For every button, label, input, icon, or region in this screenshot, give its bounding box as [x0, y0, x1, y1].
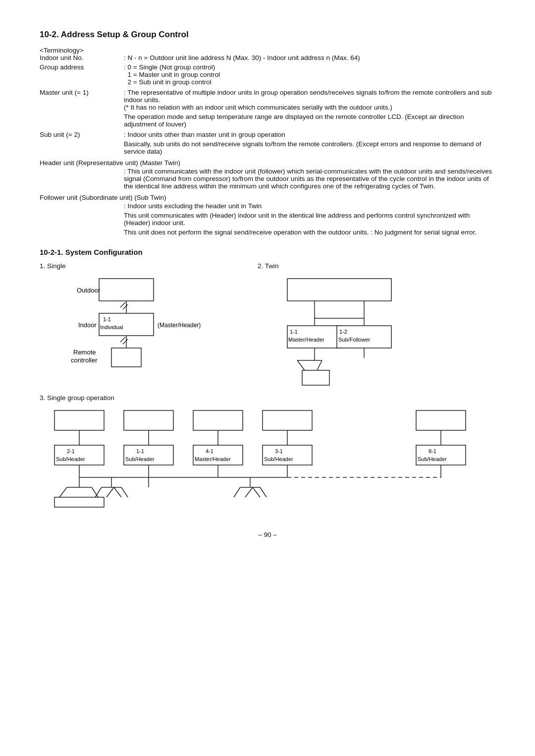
svg-rect-0 [99, 279, 154, 301]
header-unit-label: Header unit (Representative unit) (Maste… [40, 159, 180, 167]
svg-text:Indoor: Indoor [78, 321, 97, 329]
svg-line-88 [234, 487, 240, 497]
svg-rect-36 [54, 410, 104, 430]
svg-line-79 [245, 487, 253, 497]
term-row-group: Group address : 0 = Single (Not group co… [40, 63, 495, 86]
svg-text:8-1: 8-1 [428, 448, 436, 454]
follower-unit-text3: This unit does not perform the signal se… [40, 229, 495, 236]
svg-text:Outdoor: Outdoor [77, 287, 101, 294]
term-label-sub: Sub unit (= 2) [40, 131, 124, 138]
svg-line-32 [317, 360, 322, 370]
svg-line-3 [120, 302, 125, 307]
svg-text:3-1: 3-1 [275, 448, 283, 454]
twin-svg: 1-1 Master/Header 1-2 Sub/Follower [258, 274, 426, 388]
follower-unit-text2: This unit communicates with (Header) ind… [40, 212, 495, 227]
config-1-label: 1. Single [40, 262, 258, 270]
svg-line-77 [114, 487, 121, 497]
svg-rect-48 [193, 445, 243, 465]
term-label-indoor: Indoor unit No. [40, 54, 124, 61]
section-title: 10-2. Address Setup & Group Control [40, 30, 495, 40]
term-row-indoor: Indoor unit No. : N - n = Outdoor unit l… [40, 54, 495, 61]
term-row-master: Master unit (= 1) : The representative o… [40, 89, 495, 128]
svg-text:Sub/Header: Sub/Header [56, 456, 85, 462]
svg-rect-37 [124, 410, 173, 430]
term-label-group: Group address [40, 63, 124, 71]
term-value-master: : The representative of multiple indoor … [124, 89, 495, 128]
follower-unit-row: Follower unit (Subordinate unit) (Sub Tw… [40, 194, 495, 236]
svg-rect-46 [54, 445, 104, 465]
svg-line-80 [253, 487, 260, 497]
config-3-section: 3. Single group operation [40, 394, 495, 511]
svg-text:Sub/Header: Sub/Header [125, 456, 155, 462]
svg-rect-13 [111, 348, 141, 367]
terminology-header: <Terminology> [40, 47, 495, 54]
svg-text:2-1: 2-1 [67, 448, 75, 454]
header-unit-row: Header unit (Representative unit) (Maste… [40, 159, 495, 190]
svg-text:1-1: 1-1 [136, 448, 144, 454]
page-content: 10-2. Address Setup & Group Control <Ter… [40, 30, 495, 511]
svg-rect-72 [54, 497, 104, 507]
svg-line-85 [121, 487, 128, 497]
svg-line-70 [59, 487, 67, 497]
diagrams-wrapper: 1. Single Outdoor Indoor 1-1 Individual … [40, 262, 495, 389]
follower-unit-text1: : Indoor units excluding the header unit… [40, 202, 495, 210]
single-svg: Outdoor Indoor 1-1 Individual (Master/He… [40, 274, 228, 388]
svg-rect-16 [287, 279, 391, 301]
svg-line-89 [260, 487, 267, 497]
group-svg: 2-1 Sub/Header 1-1 Sub/Header 4-1 Master… [40, 406, 495, 510]
svg-text:(Master/Header): (Master/Header) [158, 322, 201, 329]
svg-line-30 [297, 360, 305, 370]
svg-text:Master/Header: Master/Header [195, 456, 231, 462]
svg-text:controller: controller [71, 356, 98, 364]
term-value-sub: : Indoor units other than master unit in… [124, 131, 495, 155]
svg-rect-33 [302, 370, 329, 385]
svg-line-78 [107, 487, 114, 497]
single-diagram-col: 1. Single Outdoor Indoor 1-1 Individual … [40, 262, 258, 389]
follower-unit-label: Follower unit (Subordinate unit) (Sub Tw… [40, 194, 166, 201]
svg-line-11 [120, 337, 125, 342]
subsection-title: 10-2-1. System Configuration [40, 248, 495, 256]
svg-text:Individual: Individual [100, 324, 123, 330]
config-3-label: 3. Single group operation [40, 394, 495, 402]
svg-text:Sub/Header: Sub/Header [418, 456, 447, 462]
page-number: – 90 – [40, 531, 495, 538]
svg-text:1-1: 1-1 [290, 329, 298, 335]
config-2-label: 2. Twin [258, 262, 446, 270]
svg-text:Sub/Header: Sub/Header [264, 456, 293, 462]
term-label-master: Master unit (= 1) [40, 89, 124, 96]
svg-text:Sub/Follower: Sub/Follower [338, 337, 371, 343]
svg-rect-49 [263, 445, 312, 465]
svg-line-4 [123, 304, 128, 309]
svg-text:4-1: 4-1 [206, 448, 214, 454]
svg-rect-40 [416, 410, 466, 430]
header-unit-text: : This unit communicates with the indoor… [40, 168, 495, 190]
svg-rect-39 [263, 410, 312, 430]
svg-text:1-2: 1-2 [339, 329, 347, 335]
svg-text:1-1: 1-1 [103, 316, 111, 322]
svg-line-12 [123, 339, 128, 344]
svg-line-84 [95, 487, 102, 497]
svg-text:Remote: Remote [73, 349, 96, 356]
svg-rect-50 [416, 445, 466, 465]
svg-rect-47 [124, 445, 173, 465]
svg-text:Master/Header: Master/Header [288, 337, 324, 343]
terminology-block: <Terminology> Indoor unit No. : N - n = … [40, 47, 495, 236]
twin-diagram-col: 2. Twin 1-1 Master/Header 1-2 [258, 262, 446, 389]
term-row-sub: Sub unit (= 2) : Indoor units other than… [40, 131, 495, 155]
svg-line-71 [92, 487, 98, 497]
svg-rect-38 [193, 410, 243, 430]
term-value-group: : 0 = Single (Not group control) 1 = Mas… [124, 63, 495, 86]
term-value-indoor: : N - n = Outdoor unit line address N (M… [124, 54, 495, 61]
